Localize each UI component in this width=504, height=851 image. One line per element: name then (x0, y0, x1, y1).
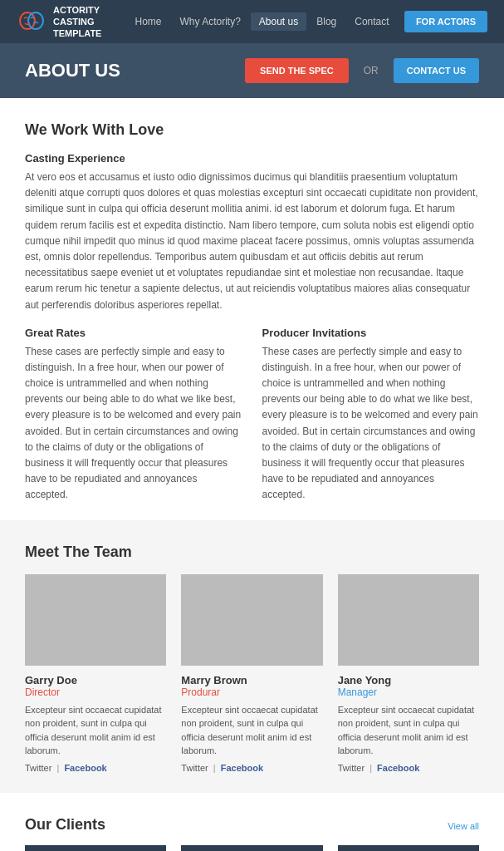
client-logo-1 (181, 845, 322, 851)
logo: ACTORITY CASTING TEMPLATE (17, 4, 101, 40)
team-twitter-0[interactable]: Twitter (25, 763, 51, 773)
nav-why[interactable]: Why Actority? (171, 12, 248, 31)
client-card-1: Company Name Neque porro quisquam est, q… (181, 845, 322, 851)
nav-home[interactable]: Home (126, 12, 169, 31)
great-rates-title: Great Rates (25, 327, 242, 339)
team-social-2: Twitter | Facebook (338, 763, 479, 773)
team-card-1: Marry Brown Produrar Excepteur sint occa… (181, 574, 322, 773)
team-desc-0: Excepteur sint occaecat cupidatat non pr… (25, 703, 166, 758)
clients-header: Our Clients View all (25, 816, 479, 834)
team-role-0: Director (25, 686, 166, 698)
two-column-section: Great Rates These cases are perfectly si… (25, 327, 479, 504)
team-name-1: Marry Brown (181, 674, 322, 686)
team-social-0: Twitter | Facebook (25, 763, 166, 773)
team-social-1: Twitter | Facebook (181, 763, 322, 773)
team-role-2: Manager (338, 686, 479, 698)
team-desc-1: Excepteur sint occaecat cupidatat non pr… (181, 703, 322, 758)
team-name-2: Jane Yong (338, 674, 479, 686)
team-twitter-2[interactable]: Twitter (338, 763, 365, 773)
nav-blog[interactable]: Blog (308, 12, 345, 31)
svg-rect-0 (17, 7, 46, 37)
contact-us-button[interactable]: CONTACT US (394, 58, 479, 83)
team-photo-0 (25, 574, 166, 666)
producer-body: These cases are perfectly simple and eas… (262, 344, 480, 504)
logo-icon (17, 7, 46, 37)
team-name-0: Garry Doe (25, 674, 166, 686)
clients-grid: Company Name Neque porro quisquam est, q… (25, 845, 479, 851)
team-facebook-0[interactable]: Facebook (64, 763, 106, 773)
great-rates-col: Great Rates These cases are perfectly si… (25, 327, 242, 504)
view-all-link[interactable]: View all (448, 821, 479, 831)
send-spec-header-button[interactable]: SEND THE SPEC (245, 58, 349, 83)
main-nav: Home Why Actority? About us Blog Contact (126, 12, 404, 31)
team-section: Meet The Team Garry Doe Director Excepte… (0, 520, 504, 793)
client-card-0: Company Name Neque porro quisquam est, q… (25, 845, 166, 851)
logo-text: ACTORITY CASTING TEMPLATE (53, 4, 101, 40)
page-title: ABOUT US (25, 60, 230, 81)
casting-experience: Casting Experience At vero eos et accusa… (25, 152, 479, 313)
team-desc-2: Excepteur sint occaecat cupidatat non pr… (338, 703, 479, 758)
team-facebook-1[interactable]: Facebook (221, 763, 263, 773)
love-title: We Work With Love (25, 121, 479, 139)
nav-contact[interactable]: Contact (346, 12, 397, 31)
team-title: Meet The Team (25, 544, 479, 561)
for-actors-button[interactable]: FOR ACTORS (404, 11, 487, 32)
producer-title: Producer Invitations (262, 327, 480, 339)
client-logo-2 (338, 845, 479, 851)
client-card-2: Company Name Neque porro quisquam est, q… (338, 845, 479, 851)
casting-body: At vero eos et accusamus et iusto odio d… (25, 170, 479, 313)
team-card-0: Garry Doe Director Excepteur sint occaec… (25, 574, 166, 773)
great-rates-body: These cases are perfectly simple and eas… (25, 344, 242, 504)
team-photo-2 (338, 574, 479, 666)
nav-about[interactable]: About us (251, 12, 306, 31)
team-twitter-1[interactable]: Twitter (181, 763, 208, 773)
main-content: We Work With Love Casting Experience At … (0, 98, 504, 520)
casting-title: Casting Experience (25, 152, 479, 165)
team-photo-1 (181, 574, 322, 666)
team-card-2: Jane Yong Manager Excepteur sint occaeca… (338, 574, 479, 773)
clients-section: Our Clients View all Company Name Neque … (0, 793, 504, 851)
team-role-1: Produrar (181, 686, 322, 698)
clients-title: Our Clients (25, 816, 105, 834)
client-logo-0 (25, 845, 166, 851)
team-facebook-2[interactable]: Facebook (377, 763, 419, 773)
producer-col: Producer Invitations These cases are per… (262, 327, 480, 504)
page-header-band: ABOUT US SEND THE SPEC OR CONTACT US (0, 43, 504, 98)
team-grid: Garry Doe Director Excepteur sint occaec… (25, 574, 479, 773)
or-label: OR (364, 65, 379, 76)
